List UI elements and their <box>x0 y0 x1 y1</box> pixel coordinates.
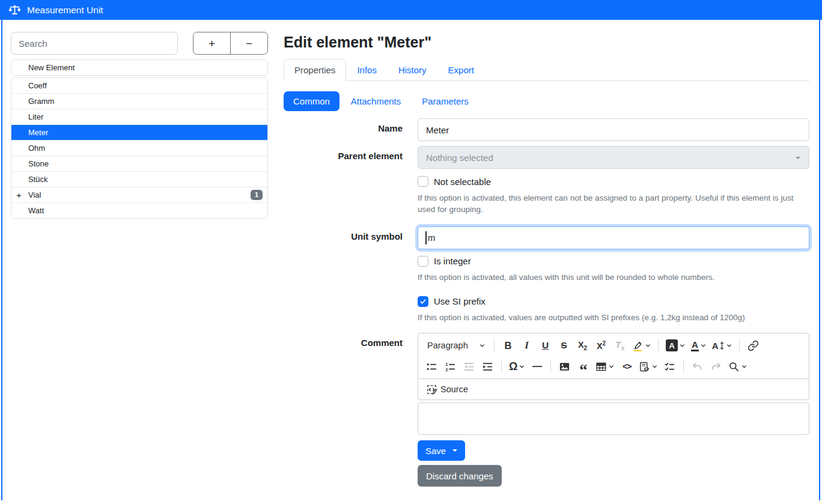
tab-history[interactable]: History <box>388 59 437 81</box>
element-actions-group: + − <box>193 32 268 55</box>
comment-label: Comment <box>284 333 403 348</box>
chevron-down-icon <box>726 343 732 348</box>
insert-table-button[interactable] <box>593 357 616 375</box>
italic-button[interactable]: I <box>518 336 535 354</box>
not-selectable-checkbox[interactable] <box>418 176 428 187</box>
indent-button[interactable] <box>479 357 496 375</box>
underline-icon: U <box>542 340 549 351</box>
use-si-prefix-help: If this option is activated, values are … <box>418 312 809 323</box>
sidebar-item-stone[interactable]: Stone <box>11 156 267 171</box>
search-input[interactable] <box>11 32 178 55</box>
subscript-button[interactable]: X2 <box>574 336 591 354</box>
sidebar-item-gramm[interactable]: Gramm <box>11 93 267 109</box>
save-button[interactable]: Save <box>418 440 465 461</box>
superscript-button[interactable]: X2 <box>592 336 610 354</box>
chevron-down-icon <box>680 343 685 348</box>
sidebar-item-meter[interactable]: Meter <box>11 124 267 140</box>
svg-text:1: 1 <box>445 362 448 367</box>
source-button[interactable]: Source <box>422 382 472 397</box>
underline-button[interactable]: U <box>537 336 554 354</box>
not-selectable-label: Not selectable <box>434 177 491 187</box>
remove-format-button[interactable]: Tx <box>611 336 629 354</box>
insert-image-button[interactable] <box>556 357 573 375</box>
bold-button[interactable]: B <box>499 336 517 354</box>
link-button[interactable] <box>744 336 762 354</box>
toolbar-separator <box>683 360 684 373</box>
horizontal-line-icon: — <box>532 361 542 372</box>
insert-table-icon <box>595 361 607 372</box>
numbered-list-button[interactable]: 12 <box>442 357 459 375</box>
sidebar-item-vial[interactable]: +Vial1 <box>11 187 267 202</box>
chevron-down-icon <box>741 364 747 369</box>
outdent-button[interactable] <box>460 357 478 375</box>
unit-symbol-wrap <box>418 226 809 249</box>
sidebar-item-label: New Element <box>28 63 75 72</box>
sidebar-item-new-element[interactable]: New Element <box>11 60 267 75</box>
superscript-icon: X2 <box>597 340 606 351</box>
sidebar-item-label: Meter <box>28 128 48 137</box>
use-si-prefix-label: Use SI prefix <box>434 296 486 306</box>
find-and-replace-icon <box>728 361 740 372</box>
todo-list-button[interactable] <box>661 357 678 375</box>
strikethrough-button[interactable]: S <box>555 336 573 354</box>
subtab-attachments[interactable]: Attachments <box>341 91 410 111</box>
main-panel: Edit element "Meter" PropertiesInfosHist… <box>284 34 809 487</box>
remove-format-icon: Tx <box>615 339 624 351</box>
font-background-color-button[interactable]: A <box>663 336 687 354</box>
sidebar-item-stück[interactable]: Stück <box>11 171 267 187</box>
tab-properties[interactable]: Properties <box>284 59 346 81</box>
heading-button[interactable]: Paragraph <box>423 336 489 354</box>
app-title[interactable]: Measurement Unit <box>27 5 103 16</box>
bold-icon: B <box>505 340 512 351</box>
expand-icon[interactable]: + <box>16 190 22 199</box>
horizontal-line-button[interactable]: — <box>528 357 546 375</box>
add-element-button[interactable]: + <box>193 32 231 55</box>
special-characters-button[interactable]: Ω <box>507 357 527 375</box>
highlight-button[interactable] <box>630 336 653 354</box>
use-si-prefix-checkbox[interactable] <box>418 296 428 307</box>
find-and-replace-button[interactable] <box>726 357 749 375</box>
undo-icon <box>692 361 703 372</box>
is-integer-label: Is integer <box>434 256 471 266</box>
save-dropdown-caret-icon[interactable] <box>452 449 457 454</box>
comment-editing-area[interactable] <box>418 402 809 435</box>
is-integer-checkbox[interactable] <box>418 256 428 267</box>
redo-button[interactable] <box>707 357 725 375</box>
navbar: Measurement Unit <box>0 0 822 20</box>
sidebar-item-coeff[interactable]: Coeff <box>11 78 267 93</box>
tab-infos[interactable]: Infos <box>346 59 388 81</box>
subscript-icon: X2 <box>578 340 587 351</box>
inline-code-icon: <> <box>623 362 631 371</box>
inline-code-button[interactable]: <> <box>618 357 635 375</box>
code-block-button[interactable] <box>636 357 660 375</box>
bulleted-list-button[interactable] <box>423 357 440 375</box>
comment-editor: ParagraphBIUSX2X2TxAAA 12Ω—“<> Source <box>418 333 809 435</box>
source-icon <box>426 384 437 395</box>
is-integer-help: If this option is activated, all values … <box>418 272 809 283</box>
remove-element-button[interactable]: − <box>230 32 268 55</box>
window-edge-left <box>1 20 2 500</box>
name-input[interactable] <box>418 118 809 141</box>
undo-button[interactable] <box>689 357 706 375</box>
font-color-button[interactable]: A <box>689 336 708 354</box>
discard-changes-button[interactable]: Discard changes <box>418 465 502 487</box>
check-icon <box>419 298 427 305</box>
sidebar: + − New Element CoeffGrammLiterMeterOhmS… <box>11 32 268 219</box>
window-edge-right <box>819 20 820 500</box>
tab-export[interactable]: Export <box>437 59 485 81</box>
link-icon <box>747 340 759 351</box>
chevron-down-icon <box>652 364 657 369</box>
subtab-common[interactable]: Common <box>284 91 339 111</box>
sidebar-item-watt[interactable]: Watt <box>11 202 267 218</box>
highlight-icon <box>632 340 644 351</box>
parent-element-select[interactable]: Nothing selected <box>418 146 809 169</box>
font-color-icon: A <box>691 340 699 351</box>
indent-icon <box>482 361 493 372</box>
block-quote-button[interactable]: “ <box>574 357 592 375</box>
font-size-button[interactable]: A <box>710 336 734 354</box>
toolbar-separator <box>501 360 502 373</box>
subtab-parameters[interactable]: Parameters <box>412 91 478 111</box>
sidebar-item-liter[interactable]: Liter <box>11 109 267 124</box>
sidebar-item-ohm[interactable]: Ohm <box>11 140 267 156</box>
unit-symbol-input[interactable] <box>418 226 809 249</box>
